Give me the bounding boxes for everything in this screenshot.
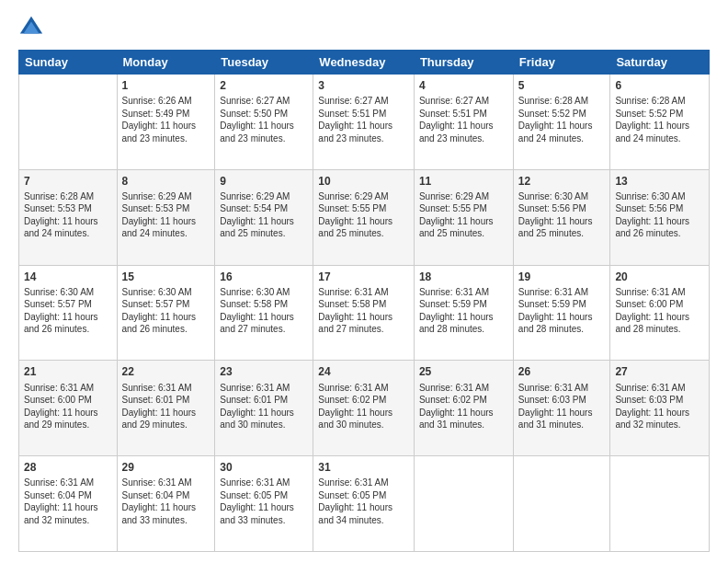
- day-info: Sunrise: 6:28 AM Sunset: 5:52 PM Dayligh…: [615, 95, 704, 144]
- day-info: Sunrise: 6:31 AM Sunset: 6:03 PM Dayligh…: [615, 382, 704, 431]
- day-info: Sunrise: 6:30 AM Sunset: 5:57 PM Dayligh…: [24, 286, 112, 336]
- calendar-table: Sunday Monday Tuesday Wednesday Thursday…: [18, 50, 710, 552]
- day-number: 6: [615, 78, 704, 93]
- day-info: Sunrise: 6:30 AM Sunset: 5:56 PM Dayligh…: [615, 190, 704, 240]
- day-number: 19: [518, 270, 606, 284]
- calendar-cell: 10Sunrise: 6:29 AM Sunset: 5:55 PM Dayli…: [313, 169, 415, 265]
- calendar-cell: 15Sunrise: 6:30 AM Sunset: 5:57 PM Dayli…: [117, 265, 215, 361]
- calendar-cell: 14Sunrise: 6:30 AM Sunset: 5:57 PM Dayli…: [19, 265, 118, 361]
- day-number: 30: [220, 460, 308, 475]
- day-number: 11: [419, 174, 508, 189]
- day-number: 5: [518, 78, 606, 93]
- calendar-week-row: 21Sunrise: 6:31 AM Sunset: 6:00 PM Dayli…: [19, 361, 710, 456]
- calendar-cell: 27Sunrise: 6:31 AM Sunset: 6:03 PM Dayli…: [610, 361, 710, 456]
- day-info: Sunrise: 6:30 AM Sunset: 5:57 PM Dayligh…: [122, 286, 210, 336]
- logo-icon: [18, 15, 44, 40]
- calendar-cell: 7Sunrise: 6:28 AM Sunset: 5:53 PM Daylig…: [19, 169, 118, 265]
- day-info: Sunrise: 6:29 AM Sunset: 5:55 PM Dayligh…: [318, 190, 409, 240]
- day-number: 28: [24, 460, 112, 475]
- day-number: 10: [318, 174, 409, 189]
- calendar-header-row: Sunday Monday Tuesday Wednesday Thursday…: [19, 51, 710, 75]
- calendar-cell: 4Sunrise: 6:27 AM Sunset: 5:51 PM Daylig…: [414, 75, 513, 170]
- day-number: 18: [419, 270, 508, 284]
- calendar-cell: 24Sunrise: 6:31 AM Sunset: 6:02 PM Dayli…: [313, 361, 415, 456]
- day-info: Sunrise: 6:29 AM Sunset: 5:55 PM Dayligh…: [419, 190, 508, 240]
- day-number: 8: [122, 174, 210, 189]
- day-number: 20: [615, 270, 704, 284]
- day-number: 17: [318, 270, 409, 284]
- calendar-cell: 20Sunrise: 6:31 AM Sunset: 6:00 PM Dayli…: [610, 265, 710, 361]
- day-info: Sunrise: 6:31 AM Sunset: 6:05 PM Dayligh…: [220, 477, 308, 526]
- calendar-cell: 25Sunrise: 6:31 AM Sunset: 6:02 PM Dayli…: [414, 361, 513, 456]
- calendar-cell: [414, 456, 513, 552]
- calendar-cell: 18Sunrise: 6:31 AM Sunset: 5:59 PM Dayli…: [414, 265, 513, 361]
- day-number: 3: [318, 78, 409, 93]
- day-number: 27: [615, 364, 704, 379]
- day-number: 2: [220, 78, 308, 93]
- calendar-week-row: 1Sunrise: 6:26 AM Sunset: 5:49 PM Daylig…: [19, 75, 710, 170]
- day-number: 1: [122, 78, 210, 93]
- day-info: Sunrise: 6:31 AM Sunset: 6:05 PM Dayligh…: [318, 477, 409, 526]
- day-info: Sunrise: 6:28 AM Sunset: 5:52 PM Dayligh…: [518, 95, 606, 144]
- calendar-cell: 1Sunrise: 6:26 AM Sunset: 5:49 PM Daylig…: [117, 75, 215, 170]
- day-number: 13: [615, 174, 704, 189]
- calendar-cell: 16Sunrise: 6:30 AM Sunset: 5:58 PM Dayli…: [215, 265, 313, 361]
- calendar-cell: 28Sunrise: 6:31 AM Sunset: 6:04 PM Dayli…: [19, 456, 118, 552]
- calendar-cell: 17Sunrise: 6:31 AM Sunset: 5:58 PM Dayli…: [313, 265, 415, 361]
- calendar-cell: 5Sunrise: 6:28 AM Sunset: 5:52 PM Daylig…: [513, 75, 610, 170]
- day-number: 26: [518, 364, 606, 379]
- day-number: 31: [318, 460, 409, 475]
- day-number: 23: [220, 364, 308, 379]
- calendar-cell: 19Sunrise: 6:31 AM Sunset: 5:59 PM Dayli…: [513, 265, 610, 361]
- day-info: Sunrise: 6:30 AM Sunset: 5:58 PM Dayligh…: [220, 286, 308, 336]
- day-info: Sunrise: 6:28 AM Sunset: 5:53 PM Dayligh…: [24, 190, 112, 240]
- day-number: 12: [518, 174, 606, 189]
- day-number: 29: [122, 460, 210, 475]
- day-info: Sunrise: 6:31 AM Sunset: 6:01 PM Dayligh…: [220, 382, 308, 431]
- calendar-week-row: 28Sunrise: 6:31 AM Sunset: 6:04 PM Dayli…: [19, 456, 710, 552]
- calendar-cell: 30Sunrise: 6:31 AM Sunset: 6:05 PM Dayli…: [215, 456, 313, 552]
- day-info: Sunrise: 6:27 AM Sunset: 5:51 PM Dayligh…: [318, 95, 409, 144]
- calendar-cell: 3Sunrise: 6:27 AM Sunset: 5:51 PM Daylig…: [313, 75, 415, 170]
- calendar-cell: 2Sunrise: 6:27 AM Sunset: 5:50 PM Daylig…: [215, 75, 313, 170]
- day-info: Sunrise: 6:29 AM Sunset: 5:54 PM Dayligh…: [220, 190, 308, 240]
- col-sunday: Sunday: [19, 51, 118, 75]
- day-info: Sunrise: 6:27 AM Sunset: 5:51 PM Dayligh…: [419, 95, 508, 144]
- day-info: Sunrise: 6:31 AM Sunset: 6:01 PM Dayligh…: [122, 382, 210, 431]
- page-header: [18, 15, 710, 40]
- day-info: Sunrise: 6:30 AM Sunset: 5:56 PM Dayligh…: [518, 190, 606, 240]
- calendar-cell: 11Sunrise: 6:29 AM Sunset: 5:55 PM Dayli…: [414, 169, 513, 265]
- calendar-cell: 8Sunrise: 6:29 AM Sunset: 5:53 PM Daylig…: [117, 169, 215, 265]
- calendar-cell: 21Sunrise: 6:31 AM Sunset: 6:00 PM Dayli…: [19, 361, 118, 456]
- col-tuesday: Tuesday: [215, 51, 313, 75]
- calendar-week-row: 14Sunrise: 6:30 AM Sunset: 5:57 PM Dayli…: [19, 265, 710, 361]
- day-info: Sunrise: 6:26 AM Sunset: 5:49 PM Dayligh…: [122, 95, 210, 144]
- calendar-cell: 9Sunrise: 6:29 AM Sunset: 5:54 PM Daylig…: [215, 169, 313, 265]
- day-info: Sunrise: 6:27 AM Sunset: 5:50 PM Dayligh…: [220, 95, 308, 144]
- day-number: 16: [220, 270, 308, 284]
- day-info: Sunrise: 6:29 AM Sunset: 5:53 PM Dayligh…: [122, 190, 210, 240]
- day-info: Sunrise: 6:31 AM Sunset: 6:02 PM Dayligh…: [419, 382, 508, 431]
- day-info: Sunrise: 6:31 AM Sunset: 5:59 PM Dayligh…: [518, 286, 606, 336]
- calendar-cell: 12Sunrise: 6:30 AM Sunset: 5:56 PM Dayli…: [513, 169, 610, 265]
- day-number: 7: [24, 174, 112, 189]
- calendar-cell: 22Sunrise: 6:31 AM Sunset: 6:01 PM Dayli…: [117, 361, 215, 456]
- calendar-cell: 26Sunrise: 6:31 AM Sunset: 6:03 PM Dayli…: [513, 361, 610, 456]
- day-number: 9: [220, 174, 308, 189]
- col-friday: Friday: [513, 51, 610, 75]
- calendar-cell: 23Sunrise: 6:31 AM Sunset: 6:01 PM Dayli…: [215, 361, 313, 456]
- col-monday: Monday: [117, 51, 215, 75]
- day-info: Sunrise: 6:31 AM Sunset: 5:58 PM Dayligh…: [318, 286, 409, 336]
- day-number: 24: [318, 364, 409, 379]
- day-info: Sunrise: 6:31 AM Sunset: 6:00 PM Dayligh…: [24, 382, 112, 431]
- col-wednesday: Wednesday: [313, 51, 415, 75]
- day-info: Sunrise: 6:31 AM Sunset: 6:03 PM Dayligh…: [518, 382, 606, 431]
- day-number: 14: [24, 270, 112, 284]
- calendar-cell: 31Sunrise: 6:31 AM Sunset: 6:05 PM Dayli…: [313, 456, 415, 552]
- calendar-cell: 6Sunrise: 6:28 AM Sunset: 5:52 PM Daylig…: [610, 75, 710, 170]
- day-number: 15: [122, 270, 210, 284]
- day-info: Sunrise: 6:31 AM Sunset: 6:00 PM Dayligh…: [615, 286, 704, 336]
- day-number: 4: [419, 78, 508, 93]
- day-info: Sunrise: 6:31 AM Sunset: 6:04 PM Dayligh…: [24, 477, 112, 526]
- day-info: Sunrise: 6:31 AM Sunset: 6:04 PM Dayligh…: [122, 477, 210, 526]
